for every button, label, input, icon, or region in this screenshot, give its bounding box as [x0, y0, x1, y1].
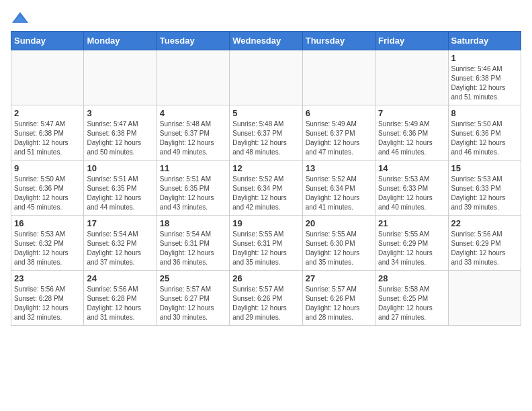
day-number: 13: [306, 163, 372, 173]
calendar-cell: 24Sunrise: 5:56 AM Sunset: 6:28 PM Dayli…: [84, 271, 157, 326]
day-info: Sunrise: 5:52 AM Sunset: 6:34 PM Dayligh…: [232, 175, 299, 212]
weekday-header-thursday: Thursday: [302, 32, 375, 50]
calendar-cell: [448, 271, 521, 326]
calendar-cell: 21Sunrise: 5:55 AM Sunset: 6:29 PM Dayli…: [375, 216, 448, 271]
day-info: Sunrise: 5:54 AM Sunset: 6:32 PM Dayligh…: [87, 230, 153, 267]
weekday-header-tuesday: Tuesday: [157, 32, 229, 50]
day-number: 10: [87, 163, 153, 173]
calendar-week-0: 1Sunrise: 5:46 AM Sunset: 6:38 PM Daylig…: [11, 50, 521, 105]
day-info: Sunrise: 5:56 AM Sunset: 6:29 PM Dayligh…: [451, 230, 518, 267]
day-number: 11: [160, 163, 226, 173]
day-info: Sunrise: 5:47 AM Sunset: 6:38 PM Dayligh…: [87, 120, 153, 157]
calendar-cell: 11Sunrise: 5:51 AM Sunset: 6:35 PM Dayli…: [157, 161, 229, 216]
calendar-cell: [375, 50, 448, 105]
day-number: 16: [14, 218, 81, 228]
day-info: Sunrise: 5:49 AM Sunset: 6:37 PM Dayligh…: [306, 120, 372, 157]
day-info: Sunrise: 5:53 AM Sunset: 6:32 PM Dayligh…: [14, 230, 81, 267]
calendar-cell: 10Sunrise: 5:51 AM Sunset: 6:35 PM Dayli…: [84, 161, 157, 216]
day-number: 17: [87, 218, 153, 228]
day-number: 1: [451, 53, 518, 63]
weekday-header-friday: Friday: [375, 32, 448, 50]
day-info: Sunrise: 5:49 AM Sunset: 6:36 PM Dayligh…: [378, 120, 445, 157]
calendar-cell: [11, 50, 84, 105]
day-number: 2: [14, 108, 81, 118]
day-number: 15: [451, 163, 518, 173]
logo: [11, 11, 32, 26]
day-info: Sunrise: 5:56 AM Sunset: 6:28 PM Dayligh…: [87, 285, 153, 322]
day-number: 26: [232, 273, 299, 283]
day-info: Sunrise: 5:48 AM Sunset: 6:37 PM Dayligh…: [160, 120, 226, 157]
day-info: Sunrise: 5:56 AM Sunset: 6:28 PM Dayligh…: [14, 285, 81, 322]
day-info: Sunrise: 5:53 AM Sunset: 6:33 PM Dayligh…: [451, 175, 518, 212]
day-info: Sunrise: 5:48 AM Sunset: 6:37 PM Dayligh…: [232, 120, 299, 157]
calendar-cell: 9Sunrise: 5:50 AM Sunset: 6:36 PM Daylig…: [11, 161, 84, 216]
calendar-cell: 22Sunrise: 5:56 AM Sunset: 6:29 PM Dayli…: [448, 216, 521, 271]
day-number: 23: [14, 273, 81, 283]
calendar-cell: 4Sunrise: 5:48 AM Sunset: 6:37 PM Daylig…: [157, 105, 229, 161]
calendar-cell: [302, 50, 375, 105]
calendar-week-2: 9Sunrise: 5:50 AM Sunset: 6:36 PM Daylig…: [11, 161, 521, 216]
day-info: Sunrise: 5:47 AM Sunset: 6:38 PM Dayligh…: [14, 120, 81, 157]
day-number: 19: [232, 218, 299, 228]
day-number: 25: [160, 273, 226, 283]
calendar-cell: 26Sunrise: 5:57 AM Sunset: 6:26 PM Dayli…: [230, 271, 302, 326]
day-info: Sunrise: 5:50 AM Sunset: 6:36 PM Dayligh…: [451, 120, 518, 157]
day-info: Sunrise: 5:54 AM Sunset: 6:31 PM Dayligh…: [160, 230, 226, 267]
logo-icon: [11, 11, 30, 26]
day-info: Sunrise: 5:57 AM Sunset: 6:26 PM Dayligh…: [232, 285, 299, 322]
calendar-cell: 1Sunrise: 5:46 AM Sunset: 6:38 PM Daylig…: [448, 50, 521, 105]
calendar-cell: 14Sunrise: 5:53 AM Sunset: 6:33 PM Dayli…: [375, 161, 448, 216]
calendar-cell: 5Sunrise: 5:48 AM Sunset: 6:37 PM Daylig…: [230, 105, 302, 161]
day-number: 14: [378, 163, 445, 173]
calendar-cell: 8Sunrise: 5:50 AM Sunset: 6:36 PM Daylig…: [448, 105, 521, 161]
day-number: 7: [378, 108, 445, 118]
day-number: 12: [232, 163, 299, 173]
day-number: 4: [160, 108, 226, 118]
calendar-cell: 6Sunrise: 5:49 AM Sunset: 6:37 PM Daylig…: [302, 105, 375, 161]
day-number: 18: [160, 218, 226, 228]
day-number: 24: [87, 273, 153, 283]
day-info: Sunrise: 5:58 AM Sunset: 6:25 PM Dayligh…: [378, 285, 445, 322]
calendar-cell: [157, 50, 229, 105]
day-info: Sunrise: 5:51 AM Sunset: 6:35 PM Dayligh…: [87, 175, 153, 212]
calendar-cell: 23Sunrise: 5:56 AM Sunset: 6:28 PM Dayli…: [11, 271, 84, 326]
calendar-cell: 3Sunrise: 5:47 AM Sunset: 6:38 PM Daylig…: [84, 105, 157, 161]
calendar-cell: 17Sunrise: 5:54 AM Sunset: 6:32 PM Dayli…: [84, 216, 157, 271]
calendar-cell: 27Sunrise: 5:57 AM Sunset: 6:26 PM Dayli…: [302, 271, 375, 326]
day-info: Sunrise: 5:55 AM Sunset: 6:30 PM Dayligh…: [306, 230, 372, 267]
day-number: 8: [451, 108, 518, 118]
calendar-cell: 25Sunrise: 5:57 AM Sunset: 6:27 PM Dayli…: [157, 271, 229, 326]
calendar-cell: 13Sunrise: 5:52 AM Sunset: 6:34 PM Dayli…: [302, 161, 375, 216]
calendar-cell: [230, 50, 302, 105]
day-info: Sunrise: 5:46 AM Sunset: 6:38 PM Dayligh…: [451, 64, 518, 102]
weekday-header-monday: Monday: [84, 32, 157, 50]
day-info: Sunrise: 5:50 AM Sunset: 6:36 PM Dayligh…: [14, 175, 81, 212]
day-info: Sunrise: 5:53 AM Sunset: 6:33 PM Dayligh…: [378, 175, 445, 212]
day-info: Sunrise: 5:57 AM Sunset: 6:26 PM Dayligh…: [306, 285, 372, 322]
day-number: 6: [306, 108, 372, 118]
weekday-header-saturday: Saturday: [448, 32, 521, 50]
day-info: Sunrise: 5:55 AM Sunset: 6:31 PM Dayligh…: [232, 230, 299, 267]
weekday-header-wednesday: Wednesday: [230, 32, 302, 50]
calendar-cell: 20Sunrise: 5:55 AM Sunset: 6:30 PM Dayli…: [302, 216, 375, 271]
calendar-week-1: 2Sunrise: 5:47 AM Sunset: 6:38 PM Daylig…: [11, 105, 521, 161]
day-number: 5: [232, 108, 299, 118]
day-number: 27: [306, 273, 372, 283]
day-number: 22: [451, 218, 518, 228]
calendar-cell: 16Sunrise: 5:53 AM Sunset: 6:32 PM Dayli…: [11, 216, 84, 271]
day-info: Sunrise: 5:57 AM Sunset: 6:27 PM Dayligh…: [160, 285, 226, 322]
header: [11, 11, 521, 26]
day-info: Sunrise: 5:55 AM Sunset: 6:29 PM Dayligh…: [378, 230, 445, 267]
day-info: Sunrise: 5:52 AM Sunset: 6:34 PM Dayligh…: [306, 175, 372, 212]
day-number: 20: [306, 218, 372, 228]
calendar-cell: [84, 50, 157, 105]
calendar-cell: 19Sunrise: 5:55 AM Sunset: 6:31 PM Dayli…: [230, 216, 302, 271]
calendar-week-3: 16Sunrise: 5:53 AM Sunset: 6:32 PM Dayli…: [11, 216, 521, 271]
day-number: 21: [378, 218, 445, 228]
calendar-cell: 18Sunrise: 5:54 AM Sunset: 6:31 PM Dayli…: [157, 216, 229, 271]
calendar: SundayMondayTuesdayWednesdayThursdayFrid…: [11, 31, 521, 326]
calendar-cell: 7Sunrise: 5:49 AM Sunset: 6:36 PM Daylig…: [375, 105, 448, 161]
calendar-cell: 2Sunrise: 5:47 AM Sunset: 6:38 PM Daylig…: [11, 105, 84, 161]
calendar-cell: 28Sunrise: 5:58 AM Sunset: 6:25 PM Dayli…: [375, 271, 448, 326]
calendar-cell: 12Sunrise: 5:52 AM Sunset: 6:34 PM Dayli…: [230, 161, 302, 216]
